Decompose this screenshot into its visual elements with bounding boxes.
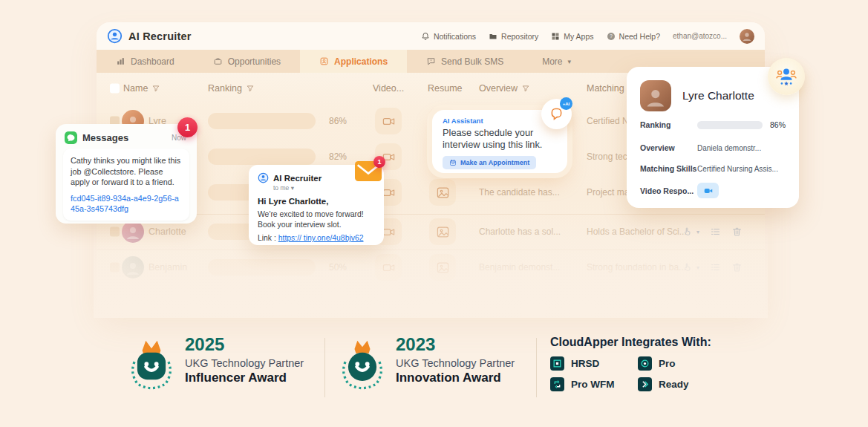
resume-button[interactable] [429,218,456,245]
col-header-name[interactable]: Name [123,83,160,94]
row-checkbox[interactable] [110,263,120,273]
avatar [640,80,671,111]
make-appointment-button[interactable]: Make an Appointment [443,156,536,169]
col-header-video[interactable]: Video... [373,83,404,94]
hand-click-icon[interactable] [682,262,693,273]
ranking-bar [208,259,316,276]
interview-link[interactable]: https:// tiny.one/4u8bjv62 [278,234,364,242]
table-row[interactable]: Charlotte Charlotte has a sol... Holds a… [97,214,765,249]
video-response-button[interactable] [697,183,719,198]
resume-button[interactable] [429,254,456,281]
candidate-name: Charlotte [149,226,186,237]
image-icon [436,225,450,239]
navbar-right: Notifications Repository My Apps ? Need … [421,29,754,44]
image-icon [436,186,450,200]
integrations-section: CloudApper Integrates With: HRSD Pro Pro… [550,336,711,391]
page: AI Recruiter Notifications Repository My… [0,0,868,427]
trash-icon[interactable] [731,262,743,273]
col-header-overview[interactable]: Overview [479,83,529,94]
award-2023: 2023 UKG Technology Partner Innovation A… [339,335,515,397]
award-org: UKG Technology Partner [396,357,515,369]
integrations-title: CloudApper Integrates With: [550,336,711,349]
user-email[interactable]: ethan@atozco... [673,32,727,40]
award-year: 2025 [185,335,304,354]
svg-text:?: ? [610,33,613,39]
overview-text: Charlotte has a sol... [479,226,581,237]
profile-overview-row: Overview Daniela demonstr... [640,143,789,152]
chevron-down-icon[interactable]: ▾ [696,264,699,271]
question-icon: ? [607,32,616,41]
trash-icon[interactable] [731,226,743,238]
ai-chat-bubble-icon: +AI [541,99,572,129]
ranking-percent: 82% [329,151,347,162]
col-header-ranking[interactable]: Ranking [208,83,254,94]
unread-count-badge: 1 [373,156,385,168]
filter-icon[interactable] [522,85,529,92]
col-header-resume[interactable]: Resume [428,83,463,94]
list-icon[interactable] [710,226,721,238]
tab-dashboard[interactable]: Dashboard [97,50,194,73]
ranking-percent: 50% [329,262,347,273]
messages-title: Messages [82,132,166,143]
ranking-bar [697,121,763,129]
integrations-grid: HRSD Pro Pro WFM Ready [550,356,711,391]
email-to-line[interactable]: to me ▾ [273,184,375,192]
row-actions: ▾ [682,262,743,273]
applications-icon [319,56,329,66]
nav-notifications[interactable]: Notifications [421,32,476,41]
messages-notification-card[interactable]: Messages Now Cathy thinks you might like… [56,124,197,224]
select-all-checkbox[interactable] [110,84,120,94]
bell-icon [421,32,430,41]
pro-wfm-icon [550,377,564,391]
briefcase-icon [213,56,223,66]
email-greeting: Hi Lyre Charlotte, [258,197,375,206]
award-text: 2023 UKG Technology Partner Innovation A… [396,335,515,385]
profile-ranking-row: Ranking 86% [640,120,789,129]
hrsd-icon [550,356,564,371]
table-row[interactable]: Benjamin 50% Benjamin demonst... Strong … [97,250,765,284]
ranking-percent: 86% [770,120,786,129]
filter-icon[interactable] [247,85,254,92]
app-logo-icon [107,28,123,44]
tab-opportunities[interactable]: Opportunities [194,50,300,73]
user-avatar[interactable] [740,29,754,44]
tab-more[interactable]: More ▾ [523,50,590,73]
hand-click-icon[interactable] [682,226,693,238]
chevron-down-icon: ▾ [568,58,572,65]
tab-send-bulk-sms[interactable]: Send Bulk SMS [407,50,523,73]
integration-pro: Pro [638,356,711,371]
profile-video-row: Video Respo... [640,183,789,198]
bar-chart-icon [116,56,125,66]
avatar [122,256,144,278]
message-link[interactable]: fcd045-it89-934a-a4e9-2g56-a45a-3s45743d… [71,193,182,214]
nav-my-apps[interactable]: My Apps [551,32,593,41]
message-bubble: Cathy thinks you might like this job @Co… [63,149,189,221]
calendar-icon [449,159,457,166]
video-camera-icon [382,114,396,128]
chevron-down-icon[interactable]: ▾ [696,229,699,235]
messages-header: Messages Now [56,124,197,149]
video-response-button[interactable] [375,108,402,134]
filter-icon[interactable] [152,85,160,92]
ready-icon [638,377,652,391]
video-response-button[interactable] [375,254,402,281]
ranking-bar [208,149,316,165]
nav-repository[interactable]: Repository [489,32,538,41]
email-link-line: Link : https:// tiny.one/4u8bjv62 [258,234,375,242]
tab-applications[interactable]: Applications [300,50,407,73]
row-checkbox[interactable] [110,227,120,237]
award-text: 2025 UKG Technology Partner Influencer A… [185,335,304,385]
ranking-bar [208,113,316,129]
resume-button[interactable] [429,179,456,206]
list-icon[interactable] [710,262,721,273]
profile-matching-row: Matching Skills Certified Nursing Assis.… [640,164,789,173]
ranking-percent: 86% [329,116,347,126]
candidate-name: Lyre Charlotte [682,89,754,102]
message-text: Cathy thinks you might like this job @Co… [71,155,182,188]
award-2025: 2025 UKG Technology Partner Influencer A… [128,335,304,397]
nav-need-help[interactable]: ? Need Help? [607,32,660,41]
avatar [122,221,144,243]
ukg-mascot-badge-icon [339,335,386,397]
top-navbar: AI Recruiter Notifications Repository My… [97,22,765,50]
divider [324,338,325,397]
